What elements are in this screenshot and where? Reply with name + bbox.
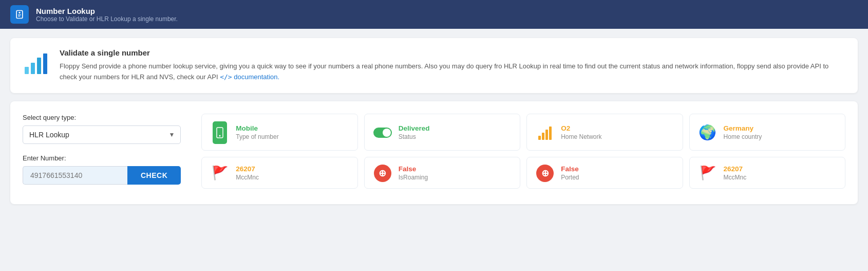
result-label: Type of number [236,133,278,140]
query-card: Select query type: HLR Lookup Validate ▼… [10,101,858,204]
result-card-germany: 🌍 Germany Home country [689,114,845,151]
result-value: Delivered [399,124,430,132]
result-value: 26207 [724,165,743,173]
result-label: Ported [561,174,579,181]
info-card: Validate a single number Floppy Send pro… [10,38,858,93]
info-card-body: Validate a single number Floppy Send pro… [60,48,845,83]
number-input-row: CHECK [23,166,181,185]
app-header: Number Lookup Choose to Validate or HLR … [0,0,868,29]
result-value: Mobile [236,124,258,132]
result-label: IsRoaming [399,174,428,181]
query-type-wrapper: HLR Lookup Validate ▼ [23,125,181,144]
toggle-icon [373,128,392,138]
form-section: Select query type: HLR Lookup Validate ▼… [23,114,181,185]
signal-bars-icon [535,125,555,140]
info-card-title: Validate a single number [60,48,845,57]
flag-icon-1: 🚩 [210,165,230,181]
result-info-isroaming: False IsRoaming [399,165,428,181]
results-grid: Mobile Type of number Delivered Status [201,114,845,189]
number-input[interactable] [23,166,127,185]
result-card-delivered: Delivered Status [364,114,520,151]
result-label: Status [399,133,416,140]
number-label: Enter Number: [23,154,181,162]
result-info-mobile: Mobile Type of number [236,124,278,140]
result-value: O2 [561,124,570,132]
result-info-germany: Germany Home country [724,124,762,140]
code-symbol: </> [220,73,232,81]
result-label: MccMnc [236,174,259,181]
result-card-isroaming: ⊕ False IsRoaming [364,157,520,189]
flag-icon-2: 🚩 [698,165,718,181]
circle-a-icon-2: ⊕ [535,165,555,182]
info-card-icon [23,50,49,79]
result-info-o2: O2 Home Network [561,124,601,140]
circle-a-icon-1: ⊕ [373,165,392,182]
svg-point-7 [219,135,221,136]
result-card-mccmnc1: 🚩 26207 MccMnc [201,157,357,189]
check-button[interactable]: CHECK [127,166,181,185]
result-card-mccmnc2: 🚩 26207 MccMnc [689,157,845,189]
main-content: Validate a single number Floppy Send pro… [0,29,868,213]
result-info-ported: False Ported [561,165,579,181]
svg-rect-5 [43,53,47,74]
globe-icon: 🌍 [698,124,718,141]
svg-point-1 [18,12,20,13]
result-label: MccMnc [724,174,747,181]
result-label: Home country [724,133,762,140]
query-type-label: Select query type: [23,114,181,121]
svg-rect-2 [25,67,29,74]
result-value: 26207 [236,165,255,173]
page-title: Number Lookup [36,7,178,15]
svg-rect-4 [37,58,41,74]
result-label: Home Network [561,133,601,140]
result-info-delivered: Delivered Status [399,124,430,140]
phone-icon [210,121,230,144]
result-value: False [561,165,579,173]
svg-rect-0 [16,11,23,19]
documentation-link[interactable]: documentation. [234,73,279,81]
header-text: Number Lookup Choose to Validate or HLR … [36,7,178,23]
svg-rect-3 [31,63,35,74]
result-value: Germany [724,124,754,132]
result-value: False [399,165,417,173]
result-info-mccmnc1: 26207 MccMnc [236,165,259,181]
result-card-o2: O2 Home Network [526,114,683,151]
result-card-ported: ⊕ False Ported [526,157,683,189]
page-subtitle: Choose to Validate or HLR Lookup a singl… [36,15,178,23]
info-card-description: Floppy Send provide a phone number looku… [60,61,845,83]
header-icon [10,5,29,24]
result-card-mobile: Mobile Type of number [201,114,357,151]
result-info-mccmnc2: 26207 MccMnc [724,165,747,181]
query-type-select[interactable]: HLR Lookup Validate [23,125,181,144]
